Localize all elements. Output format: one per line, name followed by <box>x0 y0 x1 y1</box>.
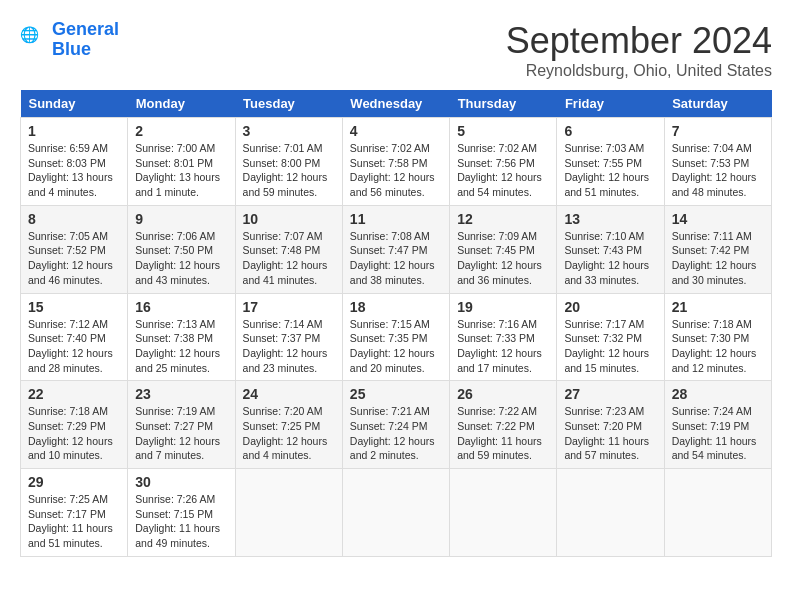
day-number: 23 <box>135 386 227 402</box>
calendar-cell: 5 Sunrise: 7:02 AM Sunset: 7:56 PM Dayli… <box>450 118 557 206</box>
calendar-day-header: Thursday <box>450 90 557 118</box>
calendar-cell: 17 Sunrise: 7:14 AM Sunset: 7:37 PM Dayl… <box>235 293 342 381</box>
calendar-cell: 30 Sunrise: 7:26 AM Sunset: 7:15 PM Dayl… <box>128 469 235 557</box>
day-info: Sunrise: 7:00 AM Sunset: 8:01 PM Dayligh… <box>135 141 227 200</box>
day-number: 14 <box>672 211 764 227</box>
day-number: 21 <box>672 299 764 315</box>
calendar-cell: 4 Sunrise: 7:02 AM Sunset: 7:58 PM Dayli… <box>342 118 449 206</box>
calendar-cell: 21 Sunrise: 7:18 AM Sunset: 7:30 PM Dayl… <box>664 293 771 381</box>
day-number: 6 <box>564 123 656 139</box>
calendar-cell: 28 Sunrise: 7:24 AM Sunset: 7:19 PM Dayl… <box>664 381 771 469</box>
day-number: 5 <box>457 123 549 139</box>
day-number: 7 <box>672 123 764 139</box>
title-block: September 2024 Reynoldsburg, Ohio, Unite… <box>506 20 772 80</box>
day-info: Sunrise: 7:05 AM Sunset: 7:52 PM Dayligh… <box>28 229 120 288</box>
day-info: Sunrise: 7:25 AM Sunset: 7:17 PM Dayligh… <box>28 492 120 551</box>
calendar-week-row: 29 Sunrise: 7:25 AM Sunset: 7:17 PM Dayl… <box>21 469 772 557</box>
day-info: Sunrise: 7:06 AM Sunset: 7:50 PM Dayligh… <box>135 229 227 288</box>
day-number: 24 <box>243 386 335 402</box>
day-info: Sunrise: 7:26 AM Sunset: 7:15 PM Dayligh… <box>135 492 227 551</box>
calendar-cell: 13 Sunrise: 7:10 AM Sunset: 7:43 PM Dayl… <box>557 205 664 293</box>
calendar-week-row: 1 Sunrise: 6:59 AM Sunset: 8:03 PM Dayli… <box>21 118 772 206</box>
day-number: 25 <box>350 386 442 402</box>
calendar-day-header: Monday <box>128 90 235 118</box>
calendar-cell: 19 Sunrise: 7:16 AM Sunset: 7:33 PM Dayl… <box>450 293 557 381</box>
day-number: 9 <box>135 211 227 227</box>
day-number: 4 <box>350 123 442 139</box>
calendar-cell: 18 Sunrise: 7:15 AM Sunset: 7:35 PM Dayl… <box>342 293 449 381</box>
calendar-cell: 12 Sunrise: 7:09 AM Sunset: 7:45 PM Dayl… <box>450 205 557 293</box>
calendar-cell: 7 Sunrise: 7:04 AM Sunset: 7:53 PM Dayli… <box>664 118 771 206</box>
day-info: Sunrise: 7:11 AM Sunset: 7:42 PM Dayligh… <box>672 229 764 288</box>
day-info: Sunrise: 7:15 AM Sunset: 7:35 PM Dayligh… <box>350 317 442 376</box>
day-number: 20 <box>564 299 656 315</box>
day-info: Sunrise: 7:18 AM Sunset: 7:29 PM Dayligh… <box>28 404 120 463</box>
calendar-cell: 10 Sunrise: 7:07 AM Sunset: 7:48 PM Dayl… <box>235 205 342 293</box>
calendar-cell: 2 Sunrise: 7:00 AM Sunset: 8:01 PM Dayli… <box>128 118 235 206</box>
day-info: Sunrise: 7:10 AM Sunset: 7:43 PM Dayligh… <box>564 229 656 288</box>
calendar-day-header: Sunday <box>21 90 128 118</box>
day-number: 18 <box>350 299 442 315</box>
calendar-cell: 9 Sunrise: 7:06 AM Sunset: 7:50 PM Dayli… <box>128 205 235 293</box>
day-number: 13 <box>564 211 656 227</box>
day-number: 12 <box>457 211 549 227</box>
calendar-cell: 3 Sunrise: 7:01 AM Sunset: 8:00 PM Dayli… <box>235 118 342 206</box>
calendar-cell: 22 Sunrise: 7:18 AM Sunset: 7:29 PM Dayl… <box>21 381 128 469</box>
day-number: 10 <box>243 211 335 227</box>
day-info: Sunrise: 7:24 AM Sunset: 7:19 PM Dayligh… <box>672 404 764 463</box>
day-info: Sunrise: 7:22 AM Sunset: 7:22 PM Dayligh… <box>457 404 549 463</box>
day-number: 27 <box>564 386 656 402</box>
day-number: 26 <box>457 386 549 402</box>
day-info: Sunrise: 7:20 AM Sunset: 7:25 PM Dayligh… <box>243 404 335 463</box>
calendar-cell: 20 Sunrise: 7:17 AM Sunset: 7:32 PM Dayl… <box>557 293 664 381</box>
svg-text:🌐: 🌐 <box>20 26 40 44</box>
calendar-cell <box>557 469 664 557</box>
calendar-cell: 15 Sunrise: 7:12 AM Sunset: 7:40 PM Dayl… <box>21 293 128 381</box>
day-info: Sunrise: 7:14 AM Sunset: 7:37 PM Dayligh… <box>243 317 335 376</box>
day-number: 11 <box>350 211 442 227</box>
calendar-day-header: Wednesday <box>342 90 449 118</box>
calendar-cell <box>664 469 771 557</box>
month-title: September 2024 <box>506 20 772 62</box>
calendar-day-header: Saturday <box>664 90 771 118</box>
calendar-cell: 8 Sunrise: 7:05 AM Sunset: 7:52 PM Dayli… <box>21 205 128 293</box>
day-info: Sunrise: 7:17 AM Sunset: 7:32 PM Dayligh… <box>564 317 656 376</box>
day-info: Sunrise: 6:59 AM Sunset: 8:03 PM Dayligh… <box>28 141 120 200</box>
day-number: 29 <box>28 474 120 490</box>
day-info: Sunrise: 7:08 AM Sunset: 7:47 PM Dayligh… <box>350 229 442 288</box>
calendar-cell <box>342 469 449 557</box>
calendar-cell <box>450 469 557 557</box>
day-info: Sunrise: 7:02 AM Sunset: 7:58 PM Dayligh… <box>350 141 442 200</box>
calendar-cell: 26 Sunrise: 7:22 AM Sunset: 7:22 PM Dayl… <box>450 381 557 469</box>
calendar-cell: 27 Sunrise: 7:23 AM Sunset: 7:20 PM Dayl… <box>557 381 664 469</box>
location: Reynoldsburg, Ohio, United States <box>506 62 772 80</box>
day-info: Sunrise: 7:18 AM Sunset: 7:30 PM Dayligh… <box>672 317 764 376</box>
day-info: Sunrise: 7:03 AM Sunset: 7:55 PM Dayligh… <box>564 141 656 200</box>
logo-icon: 🌐 <box>20 26 48 54</box>
calendar-week-row: 8 Sunrise: 7:05 AM Sunset: 7:52 PM Dayli… <box>21 205 772 293</box>
calendar-day-header: Tuesday <box>235 90 342 118</box>
day-info: Sunrise: 7:16 AM Sunset: 7:33 PM Dayligh… <box>457 317 549 376</box>
day-info: Sunrise: 7:09 AM Sunset: 7:45 PM Dayligh… <box>457 229 549 288</box>
day-info: Sunrise: 7:13 AM Sunset: 7:38 PM Dayligh… <box>135 317 227 376</box>
calendar-cell: 24 Sunrise: 7:20 AM Sunset: 7:25 PM Dayl… <box>235 381 342 469</box>
calendar-cell <box>235 469 342 557</box>
calendar-cell: 23 Sunrise: 7:19 AM Sunset: 7:27 PM Dayl… <box>128 381 235 469</box>
calendar-week-row: 15 Sunrise: 7:12 AM Sunset: 7:40 PM Dayl… <box>21 293 772 381</box>
day-info: Sunrise: 7:12 AM Sunset: 7:40 PM Dayligh… <box>28 317 120 376</box>
day-number: 15 <box>28 299 120 315</box>
day-number: 22 <box>28 386 120 402</box>
calendar-cell: 14 Sunrise: 7:11 AM Sunset: 7:42 PM Dayl… <box>664 205 771 293</box>
calendar-cell: 11 Sunrise: 7:08 AM Sunset: 7:47 PM Dayl… <box>342 205 449 293</box>
calendar-day-header: Friday <box>557 90 664 118</box>
day-number: 3 <box>243 123 335 139</box>
day-info: Sunrise: 7:19 AM Sunset: 7:27 PM Dayligh… <box>135 404 227 463</box>
calendar-cell: 6 Sunrise: 7:03 AM Sunset: 7:55 PM Dayli… <box>557 118 664 206</box>
calendar-cell: 25 Sunrise: 7:21 AM Sunset: 7:24 PM Dayl… <box>342 381 449 469</box>
calendar-header-row: SundayMondayTuesdayWednesdayThursdayFrid… <box>21 90 772 118</box>
calendar-body: 1 Sunrise: 6:59 AM Sunset: 8:03 PM Dayli… <box>21 118 772 557</box>
day-number: 28 <box>672 386 764 402</box>
calendar-cell: 16 Sunrise: 7:13 AM Sunset: 7:38 PM Dayl… <box>128 293 235 381</box>
day-info: Sunrise: 7:01 AM Sunset: 8:00 PM Dayligh… <box>243 141 335 200</box>
day-number: 2 <box>135 123 227 139</box>
